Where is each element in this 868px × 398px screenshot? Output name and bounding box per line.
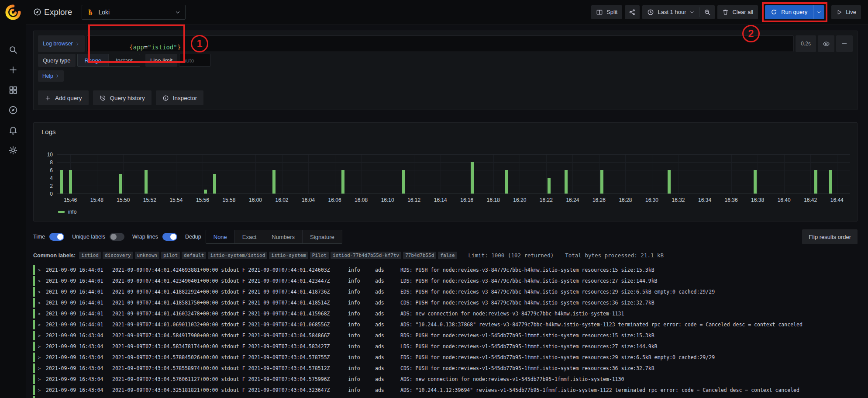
log-volume-bar[interactable] <box>668 170 671 194</box>
chart-plot-area[interactable] <box>57 155 850 194</box>
x-tick-label: 16:26 <box>592 197 606 203</box>
expand-chevron-icon[interactable]: > <box>38 311 46 316</box>
log-volume-bar[interactable] <box>754 170 757 194</box>
time-toggle-label: Time <box>33 234 45 240</box>
legend-item-info[interactable]: info <box>58 209 850 215</box>
log-row[interactable]: >2021-09-09 16:43:042021-09-09T07:43:04.… <box>33 353 858 362</box>
time-toggle[interactable] <box>49 233 64 241</box>
log-raw-timestamp: 2021-09-09T07:44:01.418822924+00:00 stdo… <box>112 289 348 295</box>
log-volume-bar[interactable] <box>60 170 63 194</box>
log-row[interactable]: >2021-09-09 16:44:012021-09-09T07:44:01.… <box>33 276 858 286</box>
log-volume-bar[interactable] <box>204 190 207 194</box>
log-volume-bar[interactable] <box>145 170 148 194</box>
log-volume-bar[interactable] <box>272 170 276 194</box>
x-tick-label: 16:08 <box>355 197 368 203</box>
explore-compass-icon <box>33 8 41 16</box>
log-time: 2021-09-09 16:43:04 <box>46 376 112 382</box>
hide-query-eye-icon[interactable] <box>818 35 834 52</box>
log-row[interactable]: >2021-09-09 16:43:042021-09-09T07:43:04.… <box>33 385 858 395</box>
run-query-button[interactable]: Run query <box>765 5 824 19</box>
expand-chevron-icon[interactable]: > <box>38 366 46 371</box>
expand-chevron-icon[interactable]: > <box>38 355 46 360</box>
log-message: CDS: PUSH for node:reviews-v3-84779c7bbc… <box>400 300 858 306</box>
expand-chevron-icon[interactable]: > <box>38 377 46 382</box>
expand-chevron-icon[interactable]: > <box>38 388 46 393</box>
query-input[interactable]: {app="istiod"} 1 <box>86 35 794 52</box>
explore-icon[interactable] <box>8 105 18 115</box>
gridline-vertical <box>388 155 388 194</box>
query-exec-time: 0.2s <box>796 35 816 52</box>
log-row[interactable]: >2021-09-09 16:43:042021-09-09T07:43:04.… <box>33 342 858 351</box>
explore-content: Log browser {app="istiod"} 1 0.2s Query … <box>26 24 868 398</box>
log-volume-bar[interactable] <box>600 170 603 194</box>
run-query-dropdown[interactable] <box>813 5 824 19</box>
log-volume-bar[interactable] <box>119 174 122 194</box>
chart-x-axis: 15:4615:4815:5015:5215:5415:5615:5816:00… <box>57 194 850 204</box>
log-volume-bar[interactable] <box>341 170 344 194</box>
log-volume-bar[interactable] <box>548 178 551 194</box>
x-tick-label: 15:52 <box>143 197 156 203</box>
log-message: ADS: "10.244.1.12:39694" reviews-v1-545d… <box>400 387 858 393</box>
log-row[interactable]: >2021-09-09 16:44:012021-09-09T07:44:01.… <box>33 265 858 275</box>
expand-chevron-icon[interactable]: > <box>38 301 46 305</box>
log-volume-bar[interactable] <box>402 170 405 194</box>
live-button[interactable]: Live <box>831 5 861 19</box>
log-row[interactable]: >2021-09-09 16:44:012021-09-09T07:44:01.… <box>33 320 858 329</box>
expand-chevron-icon[interactable]: > <box>38 290 46 294</box>
unique-labels-toggle[interactable] <box>110 233 124 241</box>
log-level: info <box>348 300 375 306</box>
gridline-vertical <box>758 155 758 194</box>
gridline-vertical <box>784 155 785 194</box>
datasource-picker[interactable]: Loki <box>82 5 186 20</box>
line-limit-input[interactable] <box>179 54 210 67</box>
add-icon[interactable] <box>8 65 18 75</box>
log-time: 2021-09-09 16:43:04 <box>46 365 112 371</box>
log-row[interactable]: >2021-09-09 16:44:012021-09-09T07:44:01.… <box>33 309 858 318</box>
expand-chevron-icon[interactable]: > <box>38 322 46 327</box>
gridline-vertical <box>441 155 441 194</box>
log-level-indicator <box>33 298 35 308</box>
expand-chevron-icon[interactable]: > <box>38 268 46 273</box>
log-row[interactable]: >2021-09-09 16:43:042021-09-09T07:43:04.… <box>33 374 858 384</box>
log-row[interactable]: >2021-09-09 16:43:042021-09-09T07:43:04.… <box>33 331 858 340</box>
log-volume-bar[interactable] <box>814 170 817 194</box>
log-raw-timestamp: 2021-09-09T07:44:01.423490401+00:00 stdo… <box>112 278 348 284</box>
log-browser-button[interactable]: Log browser <box>38 35 85 52</box>
dashboards-icon[interactable] <box>8 85 18 95</box>
log-volume-bar[interactable] <box>565 170 568 194</box>
search-icon[interactable] <box>8 45 18 55</box>
log-row[interactable]: >2021-09-09 16:38:092021-09-09T07:38:09.… <box>33 396 858 398</box>
add-query-button[interactable]: Add query <box>38 90 89 105</box>
dedup-option-numbers[interactable]: Numbers <box>264 230 303 243</box>
expand-chevron-icon[interactable]: > <box>38 279 46 284</box>
log-level-indicator <box>33 331 35 340</box>
alerting-icon[interactable] <box>8 125 18 135</box>
log-volume-bar[interactable] <box>471 162 474 194</box>
log-volume-bar[interactable] <box>69 170 72 194</box>
inspector-button[interactable]: Inspector <box>156 90 204 105</box>
settings-icon[interactable] <box>8 145 18 155</box>
log-row[interactable]: >2021-09-09 16:44:012021-09-09T07:44:01.… <box>33 298 858 308</box>
log-volume-bar[interactable] <box>213 174 216 194</box>
dedup-option-signature[interactable]: Signature <box>303 230 342 243</box>
log-volume-bar[interactable] <box>829 170 832 194</box>
query-history-button[interactable]: Query history <box>93 90 152 105</box>
dedup-option-none[interactable]: None <box>206 230 235 243</box>
help-button[interactable]: Help <box>38 70 64 82</box>
clear-all-button[interactable]: Clear all <box>717 5 758 19</box>
dedup-option-exact[interactable]: Exact <box>235 230 265 243</box>
share-icon[interactable] <box>625 5 640 19</box>
log-volume-bar[interactable] <box>505 170 508 194</box>
expand-chevron-icon[interactable]: > <box>38 344 46 349</box>
zoom-out-icon[interactable] <box>700 5 715 19</box>
log-row[interactable]: >2021-09-09 16:44:012021-09-09T07:44:01.… <box>33 287 858 297</box>
expand-chevron-icon[interactable]: > <box>38 333 46 338</box>
remove-query-minus-icon[interactable] <box>836 35 853 52</box>
time-range-picker[interactable]: Last 1 hour <box>642 5 699 19</box>
split-button[interactable]: Split <box>591 5 622 19</box>
log-row[interactable]: >2021-09-09 16:43:042021-09-09T07:43:04.… <box>33 363 858 373</box>
flip-results-order-button[interactable]: Flip results order <box>802 229 858 244</box>
x-tick-label: 16:14 <box>434 197 447 203</box>
wrap-lines-toggle[interactable] <box>162 233 177 241</box>
grafana-logo[interactable] <box>5 4 21 21</box>
